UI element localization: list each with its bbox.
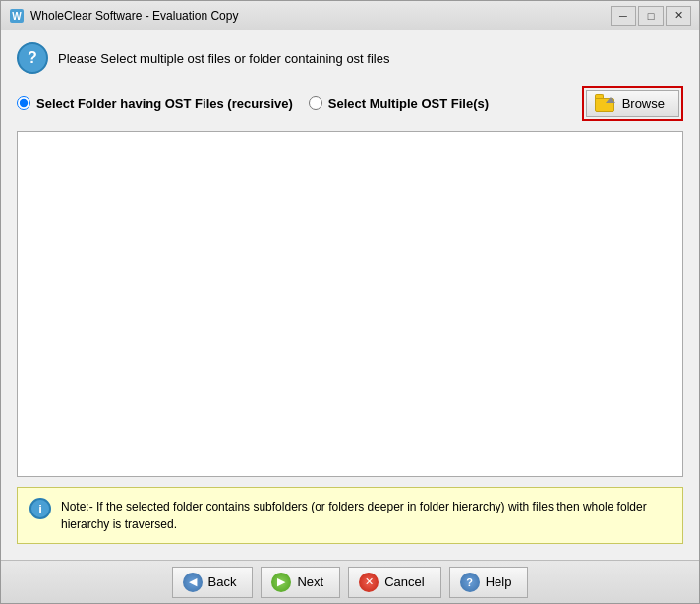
back-icon: ◀ <box>183 573 203 592</box>
browse-button[interactable]: Browse <box>586 90 679 117</box>
header-row: ? Please Select multiple ost files or fo… <box>17 42 683 74</box>
radio-folder[interactable] <box>17 96 30 110</box>
back-label: Back <box>208 574 237 589</box>
cancel-icon: ✕ <box>359 573 379 592</box>
window-controls: ─ □ ✕ <box>611 6 691 26</box>
header-text: Please Select multiple ost files or fold… <box>58 51 389 66</box>
title-bar: W WholeClear Software - Evaluation Copy … <box>1 1 699 30</box>
cancel-button[interactable]: ✕ Cancel <box>348 567 440 598</box>
next-label: Next <box>297 574 323 589</box>
radio-folder-label[interactable]: Select Folder having OST Files (recursiv… <box>17 96 293 111</box>
next-icon: ▶ <box>271 573 291 592</box>
options-row: Select Folder having OST Files (recursiv… <box>17 86 683 121</box>
radio-files[interactable] <box>309 96 322 110</box>
minimize-button[interactable]: ─ <box>611 6 636 26</box>
radio-files-text: Select Multiple OST File(s) <box>328 96 489 111</box>
next-button[interactable]: ▶ Next <box>261 567 340 598</box>
browse-button-wrapper: Browse <box>582 86 683 121</box>
cancel-label: Cancel <box>384 574 424 589</box>
app-icon: W <box>9 8 25 24</box>
content-area: ? Please Select multiple ost files or fo… <box>1 30 699 560</box>
note-area: i Note:- If the selected folder contains… <box>17 487 683 544</box>
svg-text:W: W <box>12 11 22 22</box>
file-list-area[interactable] <box>17 131 683 477</box>
help-label: Help <box>486 574 512 589</box>
radio-files-label[interactable]: Select Multiple OST File(s) <box>309 96 489 111</box>
bottom-bar: ◀ Back ▶ Next ✕ Cancel ? Help <box>1 560 699 603</box>
question-icon: ? <box>17 42 48 74</box>
help-icon: ? <box>460 573 480 592</box>
help-button[interactable]: ? Help <box>449 567 529 598</box>
maximize-button[interactable]: □ <box>638 6 664 26</box>
folder-icon <box>595 94 616 112</box>
main-window: W WholeClear Software - Evaluation Copy … <box>0 0 700 604</box>
window-title: WholeClear Software - Evaluation Copy <box>30 9 611 23</box>
info-icon: i <box>29 498 51 519</box>
close-button[interactable]: ✕ <box>666 6 691 26</box>
back-button[interactable]: ◀ Back <box>172 567 254 598</box>
note-text: Note:- If the selected folder contains s… <box>61 498 671 533</box>
browse-label: Browse <box>622 96 665 111</box>
radio-folder-text: Select Folder having OST Files (recursiv… <box>36 96 293 111</box>
